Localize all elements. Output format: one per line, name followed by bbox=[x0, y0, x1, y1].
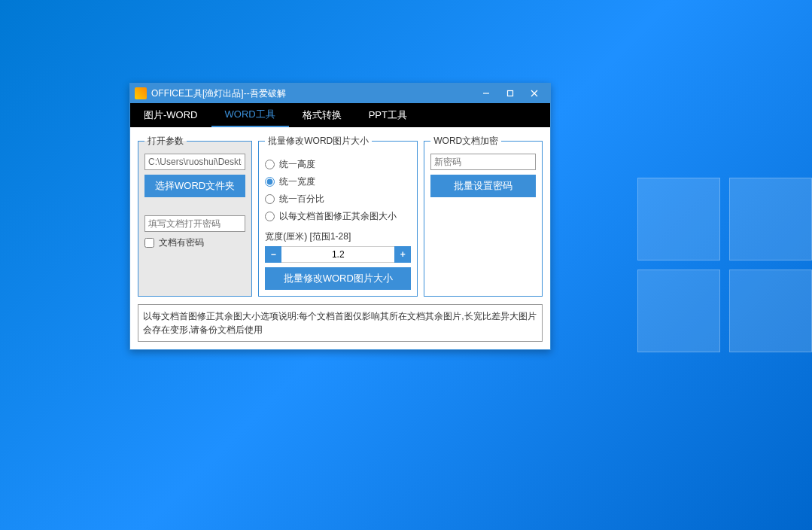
titlebar[interactable]: OFFICE工具[渔灯出品]--吾爱破解 bbox=[130, 84, 550, 103]
width-label: 宽度(厘米) [范围1-28] bbox=[265, 230, 411, 243]
width-stepper: − + bbox=[265, 246, 411, 263]
description-text: 以每文档首图修正其余图大小选项说明:每个文档首图仅影响其所在文档其余图片,长宽比… bbox=[138, 304, 543, 342]
open-params-group: 打开参数 选择WORD文件夹 文档有密码 bbox=[138, 135, 252, 297]
radio-first-image[interactable] bbox=[265, 212, 275, 221]
maximize-button[interactable] bbox=[499, 86, 522, 101]
image-size-legend: 批量修改WORD图片大小 bbox=[265, 135, 372, 148]
stepper-minus-button[interactable]: − bbox=[265, 246, 281, 263]
encrypt-group: WORD文档加密 批量设置密码 bbox=[424, 135, 543, 297]
radio-unify-width[interactable] bbox=[265, 177, 275, 187]
window-title: OFFICE工具[渔灯出品]--吾爱破解 bbox=[151, 87, 475, 100]
radio-unify-percent-label[interactable]: 统一百分比 bbox=[279, 193, 324, 206]
app-window: OFFICE工具[渔灯出品]--吾爱破解 图片-WORD WORD工具 格式转换… bbox=[129, 83, 551, 350]
svg-rect-1 bbox=[508, 91, 513, 96]
has-password-checkbox[interactable] bbox=[144, 238, 154, 248]
tab-word-tools[interactable]: WORD工具 bbox=[211, 103, 289, 127]
radio-first-image-label[interactable]: 以每文档首图修正其余图大小 bbox=[279, 210, 397, 223]
radio-unify-height-label[interactable]: 统一高度 bbox=[279, 158, 315, 171]
encrypt-legend: WORD文档加密 bbox=[430, 135, 501, 148]
select-folder-button[interactable]: 选择WORD文件夹 bbox=[144, 175, 245, 197]
batch-resize-button[interactable]: 批量修改WORD图片大小 bbox=[265, 267, 411, 290]
has-password-label[interactable]: 文档有密码 bbox=[159, 236, 204, 249]
minimize-button[interactable] bbox=[475, 86, 497, 101]
width-input[interactable] bbox=[281, 246, 394, 263]
tab-format-convert[interactable]: 格式转换 bbox=[289, 103, 355, 127]
tab-bar: 图片-WORD WORD工具 格式转换 PPT工具 bbox=[130, 103, 550, 127]
doc-password-input[interactable] bbox=[144, 215, 245, 232]
close-button[interactable] bbox=[523, 86, 546, 101]
folder-path-input[interactable] bbox=[144, 154, 245, 170]
stepper-plus-button[interactable]: + bbox=[394, 246, 411, 263]
tab-ppt-tools[interactable]: PPT工具 bbox=[355, 103, 421, 127]
radio-unify-width-label[interactable]: 统一宽度 bbox=[279, 175, 315, 188]
app-icon bbox=[135, 87, 147, 99]
image-size-group: 批量修改WORD图片大小 统一高度 统一宽度 统一百分比 以每文档首图修正其余图… bbox=[258, 135, 418, 297]
radio-unify-height[interactable] bbox=[265, 160, 275, 169]
tab-image-word[interactable]: 图片-WORD bbox=[130, 103, 211, 127]
desktop-windows-logo bbox=[637, 178, 812, 352]
batch-set-password-button[interactable]: 批量设置密码 bbox=[430, 175, 536, 197]
open-params-legend: 打开参数 bbox=[144, 135, 187, 148]
radio-unify-percent[interactable] bbox=[265, 194, 275, 204]
new-password-input[interactable] bbox=[430, 154, 536, 170]
